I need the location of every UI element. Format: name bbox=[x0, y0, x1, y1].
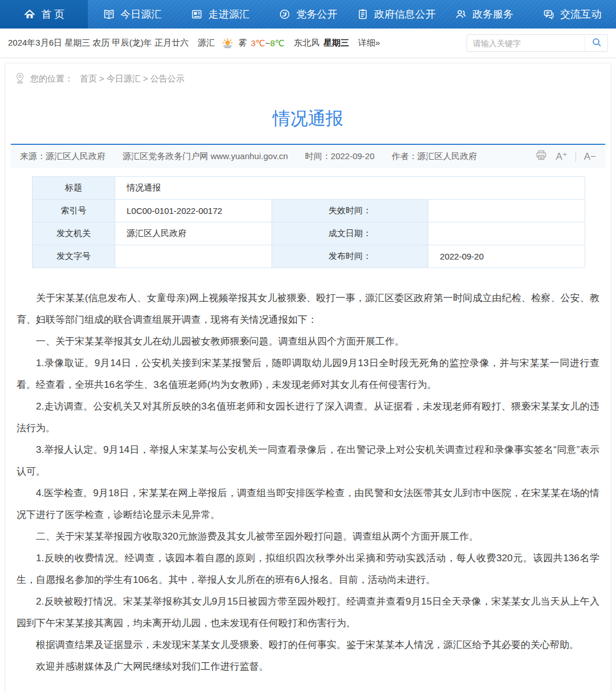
paragraph-10: 根据调查结果及证据显示，未发现宋某某女儿受猥亵、殴打的任何事实。鉴于宋某某本人情… bbox=[17, 634, 599, 656]
party-emblem-icon bbox=[278, 8, 291, 21]
date-text: 2024年3月6日 星期三 农历 甲辰(龙)年 正月廿六 bbox=[8, 38, 189, 48]
table-row: 发文字号发布时间：2022-09-20 bbox=[33, 245, 585, 268]
weather-condition: 雾 bbox=[238, 38, 247, 48]
breadcrumb-separator: > bbox=[143, 74, 148, 83]
paragraph-5: 3.举报人认定。9月14日，举报人宋某某与公安机关一同查看录像后，在出警记录上对… bbox=[17, 439, 599, 483]
sun-haze-weather-icon bbox=[221, 38, 234, 49]
temp-low: 3℃ bbox=[251, 38, 265, 48]
field-value: 情况通报 bbox=[115, 177, 585, 200]
breadcrumb-link-1[interactable]: 首页 bbox=[80, 74, 97, 83]
paragraph-8: 1.反映的收费情况。经调查，该园本着自愿的原则，拟组织四次秋季外出采摘和劳动实践… bbox=[17, 548, 599, 591]
nav-item-1[interactable]: 首 页 bbox=[0, 0, 88, 29]
doc-info-table: 标题情况通报索引号L0C00-0101-2022-00172失效时间：发文机关源… bbox=[32, 176, 585, 268]
field-label: 成文日期： bbox=[271, 222, 428, 245]
page-title: 情况通报 bbox=[5, 91, 611, 144]
font-increase-button[interactable]: A⁺ bbox=[556, 151, 567, 163]
field-value: 源汇区人民政府 bbox=[115, 222, 272, 245]
open-book-icon bbox=[103, 8, 115, 21]
field-label: 发文字号 bbox=[33, 245, 115, 268]
nav-item-6[interactable]: 政务服务 bbox=[440, 0, 528, 29]
person-icon bbox=[455, 8, 467, 21]
paragraph-1: 关于宋某某(信息发布人、女童母亲)网上视频举报其女儿被猥亵、殴打一事，源汇区委区… bbox=[17, 287, 599, 331]
field-value: L0C00-0101-2022-00172 bbox=[115, 200, 272, 222]
newspaper-icon bbox=[191, 8, 203, 21]
field-label: 发文机关 bbox=[33, 222, 115, 245]
nav-item-7[interactable]: 交流互动 bbox=[528, 0, 616, 29]
article-meta-bar: 来源：源汇区人民政府 源汇区党务政务门户网 www.yuanhui.gov.cn… bbox=[11, 144, 605, 168]
location-pin-icon bbox=[14, 72, 26, 86]
table-row: 标题情况通报 bbox=[33, 177, 585, 200]
meta-tools: A⁺ A− bbox=[535, 149, 596, 164]
breadcrumb-prefix: 您的位置： bbox=[30, 74, 73, 84]
field-value: 2022-09-20 bbox=[428, 245, 585, 268]
paragraph-4: 2.走访调查。公安机关又对其所反映的3名值班老师和女园长进行了深入调查。从证据看… bbox=[17, 396, 599, 439]
meta-author: 作者：源汇区人民政府 bbox=[392, 151, 477, 162]
content-panel: 您的位置： 首页>今日源汇>公告公示 情况通报 来源：源汇区人民政府 源汇区党务… bbox=[5, 63, 611, 693]
nav-item-3[interactable]: 走进源汇 bbox=[176, 0, 264, 29]
nav-item-2[interactable]: 今日源汇 bbox=[88, 0, 176, 29]
weekday-text: 星期三 bbox=[323, 38, 349, 48]
field-label: 索引号 bbox=[33, 200, 115, 222]
tool-divider bbox=[576, 152, 576, 161]
city-label: 源汇 bbox=[198, 38, 215, 48]
chat-bubbles-icon bbox=[542, 8, 555, 21]
table-row: 索引号L0C00-0101-2022-00172失效时间： bbox=[33, 200, 585, 222]
nav-item-label: 走进源汇 bbox=[208, 7, 249, 21]
search-icon bbox=[591, 37, 602, 50]
breadcrumb-links: 首页>今日源汇>公告公示 bbox=[78, 74, 187, 84]
home-icon bbox=[23, 8, 36, 21]
nav-item-label: 交流互动 bbox=[560, 7, 601, 21]
nav-item-label: 今日源汇 bbox=[120, 7, 161, 21]
weather-detail-link[interactable]: 详细» bbox=[358, 38, 380, 48]
search-input[interactable] bbox=[467, 39, 585, 48]
print-button[interactable] bbox=[535, 149, 548, 164]
meta-time: 时间：2022-09-20 bbox=[305, 151, 375, 162]
temp-separator: ~ bbox=[265, 38, 270, 48]
search-box bbox=[467, 34, 608, 52]
nav-item-label: 首 页 bbox=[41, 7, 64, 21]
nav-item-label: 政府信息公开 bbox=[374, 7, 436, 21]
nav-item-label: 政务服务 bbox=[472, 7, 513, 21]
search-button[interactable] bbox=[585, 35, 607, 51]
article-body: 关于宋某某(信息发布人、女童母亲)网上视频举报其女儿被猥亵、殴打一事，源汇区委区… bbox=[5, 282, 611, 678]
nav-item-5[interactable]: 政府信息公开 bbox=[352, 0, 440, 29]
paragraph-2: 一、关于宋某某举报其女儿在幼儿园被女教师猥亵问题。调查组从四个方面开展工作。 bbox=[17, 331, 599, 352]
top-navbar: 首 页今日源汇走进源汇党务公开政府信息公开政务服务交流互动 bbox=[0, 0, 616, 29]
breadcrumb: 您的位置： 首页>今日源汇>公告公示 bbox=[5, 63, 611, 91]
paragraph-7: 二、关于宋某某举报园方收取320元旅游费及其女儿被带至园外殴打问题。调查组从两个… bbox=[17, 526, 599, 548]
clipboard-icon bbox=[356, 8, 369, 21]
wind-text: 东北风 bbox=[294, 38, 319, 48]
field-value bbox=[428, 222, 585, 245]
nav-item-4[interactable]: 党务公开 bbox=[264, 0, 352, 29]
field-label: 失效时间： bbox=[271, 200, 428, 222]
paragraph-9: 2.反映被殴打情况。宋某某举报称其女儿9月15日被园方带至园外殴打。经调查并查看… bbox=[17, 591, 599, 634]
breadcrumb-link-3[interactable]: 公告公示 bbox=[151, 74, 185, 83]
info-bar: 2024年3月6日 星期三 农历 甲辰(龙)年 正月廿六 源汇 雾 3℃ ~ 8… bbox=[0, 29, 616, 58]
field-value bbox=[115, 245, 272, 268]
table-row: 发文机关源汇区人民政府成文日期： bbox=[33, 222, 585, 245]
paragraph-6: 4.医学检查。9月18日，宋某某在网上举报后，调查组当即安排医学检查，由民警和女… bbox=[17, 483, 599, 526]
nav-item-label: 党务公开 bbox=[296, 7, 337, 21]
paragraph-11: 欢迎并感谢媒体及广大网民继续对我们工作进行监督。 bbox=[17, 656, 599, 678]
meta-site: 源汇区党务政务门户网 www.yuanhui.gov.cn bbox=[123, 151, 288, 162]
breadcrumb-link-2[interactable]: 今日源汇 bbox=[107, 74, 141, 83]
meta-source: 来源：源汇区人民政府 bbox=[20, 151, 106, 162]
field-value bbox=[428, 200, 585, 222]
font-decrease-button[interactable]: A− bbox=[584, 151, 596, 163]
paragraph-3: 1.录像取证。9月14日，公安机关接到宋某某报警后，随即调取幼儿园9月13日全时… bbox=[17, 352, 599, 396]
printer-icon bbox=[535, 149, 548, 164]
breadcrumb-separator: > bbox=[99, 74, 104, 83]
temp-high: 8℃ bbox=[270, 38, 285, 48]
field-label: 发布时间： bbox=[271, 245, 428, 268]
field-label: 标题 bbox=[33, 177, 115, 200]
